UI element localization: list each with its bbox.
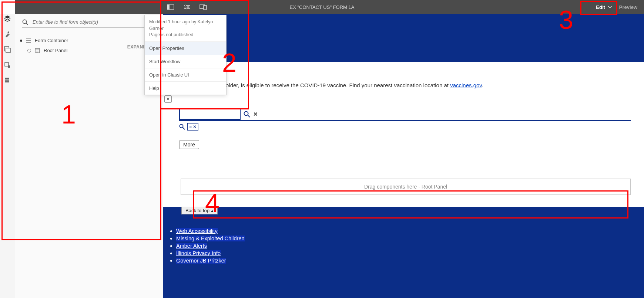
tree-row-form-container[interactable]: Form Container bbox=[20, 35, 158, 45]
back-to-top-button[interactable]: Back to top ▴ bbox=[181, 207, 218, 214]
tree-label: Root Panel bbox=[44, 48, 67, 53]
more-button[interactable]: More bbox=[179, 140, 199, 149]
svg-line-18 bbox=[26, 23, 28, 25]
menu-start-workflow[interactable]: Start Workflow bbox=[145, 55, 226, 68]
close-banner-button[interactable]: ✕ bbox=[164, 95, 172, 103]
menu-help[interactable]: Help bbox=[145, 81, 226, 95]
chevron-down-icon bbox=[608, 6, 612, 8]
svg-point-7 bbox=[185, 8, 187, 9]
page-title: EX "CONTACT US" FORM 1A bbox=[0, 4, 644, 10]
clear-icon[interactable]: ✕ bbox=[253, 111, 258, 118]
modified-line: Modified 1 hour ago by Katelyn Garner bbox=[149, 19, 222, 32]
side-panel-toggle-icon[interactable] bbox=[162, 0, 179, 14]
svg-rect-15 bbox=[5, 79, 9, 81]
content-search[interactable] bbox=[22, 17, 155, 28]
mode-icons bbox=[162, 0, 211, 14]
svg-rect-13 bbox=[8, 65, 10, 68]
footer-link[interactable]: Amber Alerts bbox=[176, 243, 207, 249]
dropzone-text: Drag components here - Root Panel bbox=[364, 184, 447, 190]
edit-label: Edit bbox=[596, 4, 605, 10]
svg-rect-9 bbox=[204, 6, 207, 10]
site-footer: Back to top ▴ Web Accessibility Missing … bbox=[163, 207, 644, 298]
footer-link[interactable]: Illinois Privacy Info bbox=[176, 250, 221, 256]
notice-text: older, is eligible to receive the COVID-… bbox=[226, 82, 450, 88]
svg-rect-16 bbox=[5, 81, 9, 82]
search-icon[interactable] bbox=[179, 124, 185, 130]
close-icon: ✕ bbox=[193, 124, 197, 129]
circle-icon bbox=[27, 49, 31, 53]
hamburger-icon bbox=[26, 38, 31, 43]
menu-open-properties[interactable]: Open Properties bbox=[145, 41, 226, 55]
panel-icon bbox=[35, 48, 40, 53]
svg-rect-1 bbox=[167, 4, 170, 10]
site-search-input[interactable] bbox=[179, 108, 241, 120]
tree-row-root-panel[interactable]: Root Panel bbox=[20, 45, 158, 55]
footer-link[interactable]: Web Accessibility bbox=[176, 228, 218, 234]
emulator-icon[interactable] bbox=[195, 0, 211, 14]
svg-point-6 bbox=[187, 6, 189, 8]
site-header bbox=[163, 14, 644, 62]
tree-label: Form Container bbox=[35, 38, 68, 43]
assets-icon[interactable] bbox=[4, 46, 11, 53]
page-canvas: ILLINOIS older, is eligible to receive t… bbox=[163, 14, 644, 298]
wrench-icon[interactable] bbox=[4, 30, 11, 38]
side-panel: Content EXPAND ALL Form Container Root P… bbox=[15, 0, 163, 298]
content-tree: Form Container Root Panel bbox=[15, 33, 163, 58]
top-bar: EX "CONTACT US" FORM 1A Edit Preview bbox=[0, 0, 644, 14]
svg-rect-14 bbox=[5, 78, 9, 79]
page-info-menu: Modified 1 hour ago by Katelyn Garner Pa… bbox=[144, 15, 227, 95]
page-info-icon[interactable] bbox=[179, 0, 195, 14]
preview-button[interactable]: Preview bbox=[619, 4, 637, 10]
lines-icon: ≡ bbox=[189, 124, 192, 129]
site-search-area: ✕ ≡ ✕ More bbox=[179, 108, 631, 149]
svg-rect-11 bbox=[6, 48, 10, 53]
home-tile[interactable] bbox=[0, 0, 15, 14]
footer-links: Web Accessibility Missing & Exploited Ch… bbox=[163, 213, 644, 264]
svg-line-27 bbox=[248, 115, 250, 117]
notice-period: . bbox=[482, 82, 483, 88]
data-sources-icon[interactable] bbox=[4, 77, 11, 84]
root-panel-dropzone[interactable]: Drag components here - Root Panel bbox=[181, 179, 631, 195]
publish-line: Page is not published bbox=[149, 32, 222, 38]
footer-link[interactable]: Missing & Exploited Children bbox=[176, 236, 245, 241]
svg-point-26 bbox=[244, 111, 248, 115]
notice-banner: older, is eligible to receive the COVID-… bbox=[226, 82, 551, 88]
search-icon[interactable] bbox=[244, 111, 250, 118]
svg-point-5 bbox=[185, 5, 186, 6]
bullet-icon bbox=[20, 40, 22, 42]
filter-chip[interactable]: ≡ ✕ bbox=[187, 123, 198, 131]
content-tree-icon[interactable] bbox=[4, 15, 11, 22]
content-search-input[interactable] bbox=[32, 19, 155, 25]
components-icon[interactable] bbox=[4, 61, 11, 69]
edit-mode-button[interactable]: Edit bbox=[596, 4, 612, 10]
menu-open-classic-ui[interactable]: Open in Classic UI bbox=[145, 68, 226, 81]
search-icon bbox=[22, 19, 28, 25]
svg-line-29 bbox=[183, 128, 185, 129]
footer-link[interactable]: Governor JB Pritzker bbox=[176, 258, 226, 264]
svg-point-28 bbox=[180, 125, 183, 128]
page-meta: Modified 1 hour ago by Katelyn Garner Pa… bbox=[145, 15, 226, 41]
notice-link[interactable]: vaccines.gov bbox=[450, 82, 482, 88]
left-rail bbox=[0, 14, 15, 298]
svg-point-17 bbox=[23, 20, 27, 23]
